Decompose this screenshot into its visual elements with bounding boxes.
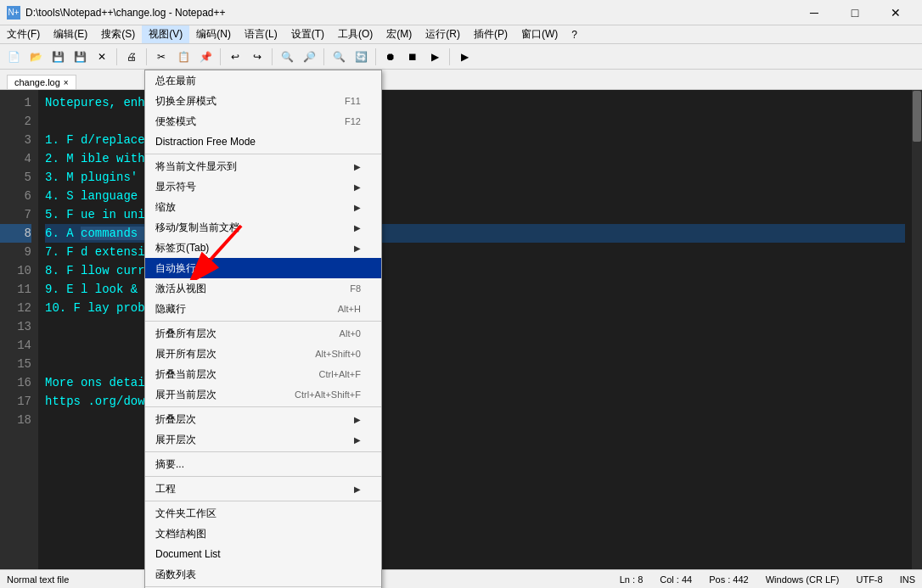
menu-search[interactable]: 搜索(S) [94, 25, 142, 43]
minimize-button[interactable]: ─ [795, 0, 834, 25]
line-num-10: 10 [0, 261, 31, 280]
toolbar: 📄 📂 💾 💾 ✕ 🖨 ✂ 📋 📌 ↩ ↪ 🔍 🔎 🔍 🔄 ⏺ ⏹ ▶ ▶ [0, 44, 922, 70]
menu-expand-all[interactable]: 展开所有层次 Alt+Shift+0 [145, 344, 381, 364]
macro-rec-button[interactable]: ⏺ [380, 47, 401, 67]
menu-post-it[interactable]: 便签模式 F12 [145, 111, 381, 132]
menu-word-wrap[interactable]: 自动换行 [145, 258, 381, 278]
line-num-13: 13 [0, 317, 31, 336]
menu-folder-workspace[interactable]: 文件夹工作区 [145, 503, 381, 524]
menu-run[interactable]: 运行(R) [419, 25, 467, 43]
zoom-in-button[interactable]: 🔍 [277, 47, 297, 67]
line-num-11: 11 [0, 280, 31, 299]
menu-sep-4 [145, 451, 381, 452]
line-num-7: 7 [0, 205, 31, 224]
menu-distraction-free[interactable]: Distraction Free Mode [145, 132, 381, 152]
menu-fullscreen[interactable]: 切换全屏模式 F11 [145, 91, 381, 111]
menu-collapse-all[interactable]: 折叠所有层次 Alt+0 [145, 323, 381, 344]
cut-button[interactable]: ✂ [151, 47, 171, 67]
menu-doc-map[interactable]: 文档结构图 [145, 524, 381, 544]
menu-sep-2 [145, 321, 381, 322]
status-ln: Ln : 8 [620, 574, 644, 585]
copy-button[interactable]: 📋 [173, 47, 194, 67]
menu-plugins[interactable]: 插件(P) [467, 25, 514, 43]
maximize-button[interactable]: □ [835, 0, 874, 25]
menu-collapse-current[interactable]: 折叠当前层次 Ctrl+Alt+F [145, 364, 381, 384]
menu-encode[interactable]: 编码(N) [189, 25, 238, 43]
tab-label: change.log [14, 77, 60, 87]
redo-button[interactable]: ↪ [247, 47, 267, 67]
line-num-3: 3 [0, 131, 31, 149]
menu-settings[interactable]: 设置(T) [284, 25, 331, 43]
menu-help[interactable]: ? [565, 25, 584, 43]
save-button[interactable]: 💾 [48, 47, 68, 67]
menu-edit[interactable]: 编辑(E) [47, 25, 94, 43]
print-button[interactable]: 🖨 [121, 47, 142, 67]
toolbar-sep-4 [272, 48, 273, 65]
menu-always-on-top[interactable]: 总在最前 [145, 70, 381, 91]
macro-stop-button[interactable]: ⏹ [402, 47, 423, 67]
line-num-4: 4 [0, 149, 31, 168]
menu-hide-line[interactable]: 隐藏行 Alt+H [145, 299, 381, 319]
line-num-12: 12 [0, 299, 31, 317]
toolbar-sep-1 [116, 48, 117, 65]
menu-sep-7 [145, 586, 381, 587]
line-num-14: 14 [0, 336, 31, 355]
tab-change-log[interactable]: change.log × [7, 75, 76, 89]
run-button[interactable]: ▶ [454, 47, 475, 67]
line-num-17: 17 [0, 392, 31, 411]
find-button[interactable]: 🔍 [329, 47, 349, 67]
menu-view[interactable]: 视图(V) [142, 25, 189, 43]
line-num-2: 2 [0, 112, 31, 131]
menu-show-symbol[interactable]: 显示符号 ▶ [145, 176, 381, 197]
menu-move-copy[interactable]: 移动/复制当前文档 ▶ [145, 217, 381, 238]
paste-button[interactable]: 📌 [195, 47, 216, 67]
menu-activate-view[interactable]: 激活从视图 F8 [145, 278, 381, 299]
main-area: 1 2 3 4 5 6 7 8 9 10 11 12 13 14 15 16 1… [0, 90, 922, 569]
status-bar: Normal text file Ln : 8 Col : 44 Pos : 4… [0, 569, 922, 588]
close-button[interactable]: ✕ [876, 0, 915, 25]
line-num-6: 6 [0, 187, 31, 205]
menu-file[interactable]: 文件(F) [0, 25, 47, 43]
menu-func-list[interactable]: 函数列表 [145, 564, 381, 585]
save-all-button[interactable]: 💾 [70, 47, 90, 67]
scrollbar-thumb[interactable] [913, 91, 921, 142]
menu-expand-level[interactable]: 展开层次 ▶ [145, 429, 381, 450]
menu-macro[interactable]: 宏(M) [379, 25, 419, 43]
macro-play-button[interactable]: ▶ [424, 47, 445, 67]
toolbar-sep-2 [146, 48, 147, 65]
new-button[interactable]: 📄 [3, 47, 24, 67]
zoom-out-button[interactable]: 🔎 [299, 47, 319, 67]
menu-bar: 文件(F) 编辑(E) 搜索(S) 视图(V) 编码(N) 语言(L) 设置(T… [0, 25, 922, 44]
tab-close-btn[interactable]: × [64, 78, 69, 87]
menu-sep-3 [145, 406, 381, 407]
menu-zoom[interactable]: 缩放 ▶ [145, 197, 381, 217]
menu-show-file[interactable]: 将当前文件显示到 ▶ [145, 156, 381, 176]
line-num-8: 8 [0, 224, 31, 243]
line-num-15: 15 [0, 355, 31, 373]
undo-button[interactable]: ↩ [225, 47, 245, 67]
status-col: Col : 44 [660, 574, 692, 585]
close-button-tb[interactable]: ✕ [92, 47, 112, 67]
menu-fold-level[interactable]: 折叠层次 ▶ [145, 409, 381, 429]
status-pos: Pos : 442 [709, 574, 748, 585]
menu-expand-current[interactable]: 展开当前层次 Ctrl+Alt+Shift+F [145, 384, 381, 405]
menu-tools[interactable]: 工具(O) [331, 25, 379, 43]
title-bar: N+ D:\tools\Notepad++\change.log - Notep… [0, 0, 922, 25]
menu-language[interactable]: 语言(L) [238, 25, 284, 43]
menu-doc-list[interactable]: Document List [145, 544, 381, 564]
open-button[interactable]: 📂 [25, 47, 46, 67]
status-line-ending: Windows (CR LF) [766, 574, 840, 585]
toolbar-sep-3 [220, 48, 221, 65]
menu-window[interactable]: 窗口(W) [514, 25, 565, 43]
line-num-1: 1 [0, 93, 31, 112]
menu-sep-6 [145, 501, 381, 501]
menu-project[interactable]: 工程 ▶ [145, 479, 381, 499]
toolbar-sep-7 [449, 48, 450, 65]
view-menu-dropdown[interactable]: 总在最前 切换全屏模式 F11 便签模式 F12 Distraction Fre… [144, 70, 382, 588]
line-num-18: 18 [0, 411, 31, 429]
menu-summary[interactable]: 摘要... [145, 454, 381, 474]
menu-sep-5 [145, 476, 381, 477]
replace-button[interactable]: 🔄 [351, 47, 371, 67]
editor-scrollbar[interactable] [912, 90, 922, 569]
menu-tab[interactable]: 标签页(Tab) ▶ [145, 238, 381, 258]
